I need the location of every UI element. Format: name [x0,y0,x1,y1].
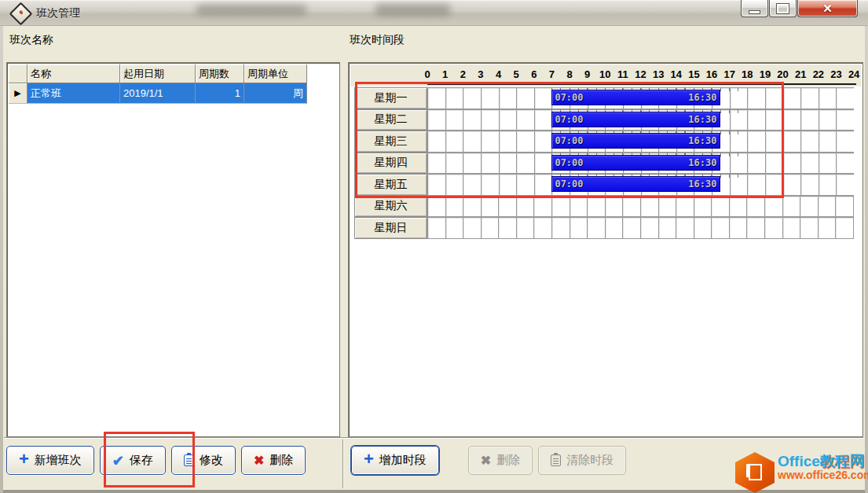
hour-cell[interactable] [481,174,499,196]
hour-cell[interactable] [818,217,836,239]
hour-cell[interactable] [481,217,499,239]
hour-cell[interactable] [463,87,481,109]
hour-cell[interactable] [640,196,658,218]
table-row[interactable]: ▶正常班2019/1/11周 [9,83,307,104]
hour-cell[interactable] [800,87,819,109]
hour-cell[interactable] [534,131,552,153]
hour-cell[interactable] [835,217,854,239]
hour-cell[interactable] [445,196,463,218]
hour-cell[interactable] [605,196,623,218]
hour-cell[interactable] [427,87,445,109]
hour-cell[interactable] [747,131,765,153]
hour-cell[interactable] [587,217,605,239]
hour-cell[interactable] [819,109,837,131]
hour-cell[interactable] [516,131,534,153]
hour-cell[interactable] [498,196,516,218]
hour-cell[interactable] [658,196,676,218]
hour-cell[interactable] [534,174,552,196]
day-label[interactable]: 星期日 [354,217,427,239]
day-label[interactable]: 星期六 [354,196,427,218]
hour-cell[interactable] [783,153,801,175]
hour-cell[interactable] [765,174,783,196]
hour-cell[interactable] [463,109,481,131]
hour-cell[interactable] [765,131,783,153]
add-shift-button[interactable]: +新增班次 [6,446,94,475]
hour-cell[interactable] [463,174,481,196]
hour-cell[interactable] [640,217,658,239]
day-label[interactable]: 星期二 [354,109,427,131]
hour-cell[interactable] [499,109,517,131]
hour-cell[interactable] [800,153,819,175]
hour-cell[interactable] [551,196,570,218]
hour-cell[interactable] [819,131,837,153]
close-button[interactable]: ✕ [797,0,858,17]
hour-cell[interactable] [499,174,517,196]
hour-cell[interactable] [622,196,640,218]
hour-cell[interactable] [819,174,837,196]
hour-cell[interactable] [499,131,517,153]
hour-cell[interactable] [729,217,747,239]
add-period-button[interactable]: +增加时段 [351,446,439,475]
hour-cell[interactable] [765,153,783,175]
hour-cell[interactable] [783,109,801,131]
delete-shift-button[interactable]: ✖删除 [241,446,306,475]
hour-cell[interactable] [445,217,463,239]
hour-cell[interactable] [463,153,481,175]
save-button[interactable]: ✔保存 [100,446,166,475]
hour-cell[interactable] [764,196,782,218]
hour-cell[interactable] [818,196,836,218]
hour-cell[interactable] [800,131,819,153]
hour-cell[interactable] [747,109,765,131]
hour-cell[interactable] [800,174,819,196]
hour-cell[interactable] [676,196,694,218]
hour-cell[interactable] [676,217,694,239]
hour-cell[interactable] [783,87,801,109]
hour-cell[interactable] [516,153,534,175]
day-label[interactable]: 星期三 [354,131,427,153]
hour-cell[interactable] [836,109,854,131]
hour-cell[interactable] [694,217,712,239]
time-bar[interactable]: 07:0016:30 [551,90,720,105]
hour-cell[interactable] [516,196,534,218]
hour-cell[interactable] [445,153,463,175]
hour-cell[interactable] [836,87,854,109]
hour-cell[interactable] [445,174,463,196]
hour-cell[interactable] [481,153,499,175]
hour-cell[interactable] [765,109,783,131]
table-header-cell[interactable]: 周期单位 [244,64,307,83]
table-header-cell[interactable]: 周期数 [196,64,244,83]
hour-cell[interactable] [445,131,463,153]
day-label[interactable]: 星期四 [354,153,427,175]
hour-cell[interactable] [836,131,854,153]
hour-cell[interactable] [819,153,837,175]
time-bar[interactable]: 07:0016:30 [551,176,720,192]
day-label[interactable]: 星期五 [354,174,427,196]
hour-cell[interactable] [516,174,534,196]
time-bar[interactable]: 07:0016:30 [551,155,720,171]
hour-cell[interactable] [499,153,517,175]
hour-cell[interactable] [516,217,534,239]
hour-cell[interactable] [516,109,534,131]
hour-cell[interactable] [800,109,819,131]
time-bar[interactable]: 07:0016:30 [551,133,720,149]
hour-cell[interactable] [800,217,818,239]
hour-cell[interactable] [481,109,499,131]
hour-cell[interactable] [516,87,534,109]
hour-cell[interactable] [765,87,783,109]
table-header-cell[interactable]: 起用日期 [120,64,196,83]
hour-cell[interactable] [533,217,551,239]
day-label[interactable]: 星期一 [354,87,427,109]
hour-cell[interactable] [481,87,499,109]
table-header-cell[interactable]: 名称 [27,64,120,83]
hour-cell[interactable] [819,87,837,109]
hour-cell[interactable] [427,196,445,218]
hour-cell[interactable] [570,217,588,239]
hour-cell[interactable] [498,217,516,239]
hour-cell[interactable] [747,153,765,175]
hour-cell[interactable] [427,153,445,175]
title-bar[interactable]: 班次管理 ✕ [0,0,868,27]
hour-cell[interactable] [764,217,782,239]
hour-cell[interactable] [746,196,764,218]
hour-cell[interactable] [463,196,481,218]
hour-cell[interactable] [587,196,605,218]
